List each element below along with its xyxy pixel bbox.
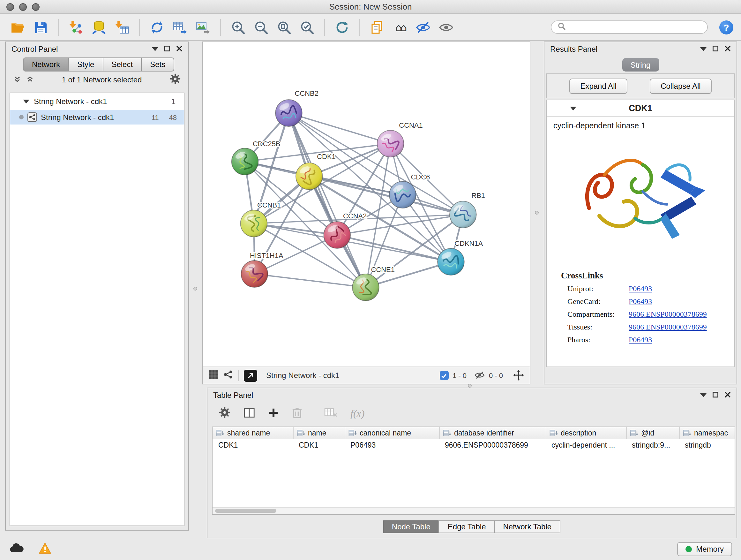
save-session-icon[interactable] bbox=[30, 17, 51, 37]
zoom-in-icon[interactable] bbox=[228, 17, 248, 37]
column-header[interactable]: canonical name bbox=[345, 427, 439, 439]
expand-all-networks-icon[interactable] bbox=[26, 75, 34, 84]
edge-HIST1H1A-CCNE1[interactable] bbox=[254, 274, 366, 287]
strip-separator bbox=[238, 370, 239, 381]
crosslink-link-tissues[interactable]: 9606.ENSP00000378699 bbox=[629, 322, 707, 332]
crosslink-link-genecard[interactable]: P06493 bbox=[629, 297, 652, 307]
crosslink-link-compartments[interactable]: 9606.ENSP00000378699 bbox=[629, 310, 707, 319]
warning-icon[interactable] bbox=[38, 542, 52, 557]
column-header[interactable]: database identifier bbox=[439, 427, 546, 439]
network-options-gear-icon[interactable] bbox=[170, 73, 181, 86]
memory-button[interactable]: Memory bbox=[677, 542, 732, 556]
function-builder-icon[interactable]: f(x) bbox=[350, 408, 364, 420]
help-button[interactable]: ? bbox=[719, 20, 733, 34]
column-header[interactable]: namespac bbox=[679, 427, 735, 439]
edge-CCNB2-CCNE1[interactable] bbox=[289, 113, 366, 287]
column-header[interactable]: shared name bbox=[212, 427, 293, 439]
search-input[interactable] bbox=[570, 23, 701, 31]
search-box[interactable] bbox=[551, 20, 708, 34]
horizontal-scrollbar[interactable] bbox=[212, 507, 735, 514]
clone-network-icon[interactable] bbox=[367, 17, 387, 37]
expand-all-button[interactable]: Expand All bbox=[569, 78, 627, 94]
grid-view-icon[interactable] bbox=[209, 369, 218, 381]
open-session-icon[interactable] bbox=[8, 17, 28, 37]
delete-column-icon[interactable] bbox=[292, 407, 302, 421]
collapse-gene-icon[interactable] bbox=[570, 106, 576, 110]
export-table-icon[interactable] bbox=[170, 17, 190, 37]
table-row[interactable]: CDK1 CDK1 P06493 9606.ENSP00000378699 cy… bbox=[212, 439, 735, 451]
right-splitter-handle[interactable] bbox=[535, 211, 539, 214]
node-HIST1H1A[interactable]: HIST1H1A bbox=[241, 252, 283, 287]
selected-count-checkbox-icon[interactable] bbox=[440, 371, 449, 380]
network-canvas[interactable]: CCNB2CCNA1CDC25BCDK1CDC6RB1CCNB1CCNA2CDK… bbox=[203, 42, 530, 367]
tab-network[interactable]: Network bbox=[23, 57, 69, 71]
scrollbar-thumb[interactable] bbox=[215, 509, 276, 513]
show-columns-icon[interactable] bbox=[243, 407, 255, 421]
zoom-selected-icon[interactable] bbox=[297, 17, 317, 37]
collapse-panel-icon[interactable] bbox=[152, 47, 158, 51]
collapse-all-button[interactable]: Collapse All bbox=[650, 78, 711, 94]
float-panel-icon[interactable] bbox=[712, 391, 719, 400]
float-panel-icon[interactable] bbox=[164, 45, 171, 54]
collapse-panel-icon[interactable] bbox=[700, 47, 706, 51]
export-image-icon[interactable] bbox=[193, 17, 213, 37]
pan-move-icon[interactable] bbox=[513, 369, 524, 381]
tab-select[interactable]: Select bbox=[103, 57, 142, 71]
collapse-panel-icon[interactable] bbox=[700, 393, 706, 397]
edge-CCNB2-RB1[interactable] bbox=[289, 113, 463, 214]
network-list-item[interactable]: String Network - cdk1 11 48 bbox=[10, 110, 184, 125]
crosslink-link-uniprot[interactable]: P06493 bbox=[629, 284, 652, 294]
bottom-splitter-handle[interactable] bbox=[468, 384, 472, 388]
node-CDKN1A[interactable]: CDKN1A bbox=[437, 240, 483, 275]
tab-string[interactable]: String bbox=[622, 58, 659, 71]
close-panel-icon[interactable] bbox=[724, 45, 731, 54]
float-panel-icon[interactable] bbox=[712, 45, 719, 54]
hide-selected-icon[interactable] bbox=[413, 17, 433, 37]
node-CDC6[interactable]: CDC6 bbox=[389, 173, 430, 208]
node-CCNB1[interactable]: CCNB1 bbox=[241, 201, 281, 237]
network-collection-row[interactable]: String Network - cdk1 1 bbox=[10, 93, 184, 110]
node-CDK1[interactable]: CDK1 bbox=[296, 152, 336, 190]
import-network-from-database-icon[interactable] bbox=[89, 17, 109, 37]
tab-style[interactable]: Style bbox=[68, 57, 103, 71]
import-table-from-file-icon[interactable] bbox=[112, 17, 132, 37]
show-home-icon[interactable]: ⌂⌂ bbox=[390, 17, 410, 37]
update-network-icon[interactable] bbox=[147, 17, 167, 37]
column-header[interactable]: description bbox=[546, 427, 626, 439]
close-panel-icon[interactable] bbox=[724, 391, 731, 400]
close-window-button[interactable] bbox=[6, 3, 14, 11]
zoom-fit-content-icon[interactable] bbox=[274, 17, 294, 37]
zoom-out-icon[interactable] bbox=[251, 17, 271, 37]
column-header[interactable]: name bbox=[293, 427, 345, 439]
tab-network-table[interactable]: Network Table bbox=[494, 520, 561, 533]
edge-CCNB2-CCNA1[interactable] bbox=[289, 113, 391, 144]
node-RB1[interactable]: RB1 bbox=[450, 192, 485, 228]
edge-CDK1-RB1[interactable] bbox=[309, 176, 463, 214]
table-options-gear-icon[interactable] bbox=[219, 407, 230, 421]
show-all-icon[interactable] bbox=[436, 17, 456, 37]
node-CCNB2[interactable]: CCNB2 bbox=[275, 89, 319, 126]
import-network-from-file-icon[interactable] bbox=[66, 17, 86, 37]
minimize-window-button[interactable] bbox=[19, 3, 27, 11]
left-splitter-handle[interactable] bbox=[193, 287, 197, 291]
collapse-all-networks-icon[interactable] bbox=[13, 75, 21, 84]
node-CCNA1[interactable]: CCNA1 bbox=[377, 121, 423, 157]
birds-eye-view-button[interactable] bbox=[244, 369, 257, 381]
gene-header[interactable]: CDK1 bbox=[547, 100, 734, 117]
tab-node-table[interactable]: Node Table bbox=[383, 520, 440, 533]
column-header[interactable]: @id bbox=[626, 427, 679, 439]
delete-table-icon[interactable] bbox=[324, 407, 338, 421]
tab-sets[interactable]: Sets bbox=[141, 57, 174, 71]
expand-arrow-icon[interactable] bbox=[23, 100, 29, 104]
cloud-status-icon[interactable] bbox=[9, 543, 24, 556]
table-panel-title: Table Panel bbox=[213, 391, 253, 400]
close-panel-icon[interactable] bbox=[176, 45, 183, 54]
apply-layout-icon[interactable] bbox=[332, 17, 352, 37]
tab-edge-table[interactable]: Edge Table bbox=[439, 520, 495, 533]
crosslink-link-pharos[interactable]: P06493 bbox=[629, 335, 652, 345]
network-view-icon[interactable] bbox=[223, 369, 233, 381]
hidden-eye-icon[interactable] bbox=[474, 371, 485, 380]
zoom-window-button[interactable] bbox=[32, 3, 40, 11]
network-graph[interactable]: CCNB2CCNA1CDC25BCDK1CDC6RB1CCNB1CCNA2CDK… bbox=[203, 42, 530, 367]
create-column-icon[interactable] bbox=[268, 407, 279, 421]
